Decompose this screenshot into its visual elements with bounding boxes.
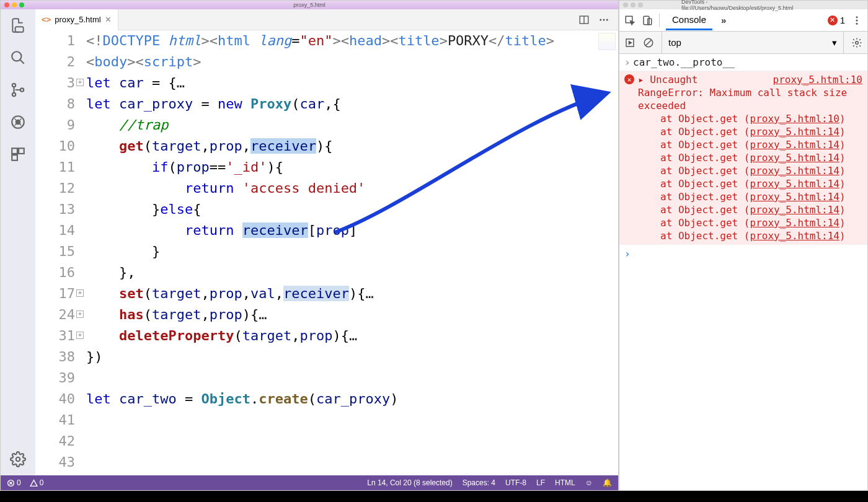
code-line[interactable]: }else{ <box>86 199 618 220</box>
close-window-icon[interactable] <box>623 2 628 7</box>
code-line[interactable]: return 'access denied' <box>86 178 618 199</box>
code-line[interactable]: let car = {… <box>86 73 618 94</box>
stack-frame: at Object.get (proxy_5.html:14) <box>638 125 862 138</box>
close-window-icon[interactable] <box>4 2 9 7</box>
language-mode[interactable]: HTML <box>555 478 575 487</box>
expand-arrow-icon[interactable]: ▸ <box>638 74 650 86</box>
context-selector[interactable]: top ▾ <box>662 32 844 53</box>
editor-tab[interactable]: <> proxy_5.html ✕ <box>35 9 118 30</box>
stack-link[interactable]: proxy_5.html:10 <box>750 113 840 125</box>
stack-link[interactable]: proxy_5.html:14 <box>750 191 840 203</box>
search-icon[interactable] <box>9 49 27 66</box>
code-line[interactable]: if(prop=='_id'){ <box>86 157 618 178</box>
play-icon[interactable] <box>624 37 636 48</box>
console-tab[interactable]: Console <box>666 11 712 30</box>
eol[interactable]: LF <box>536 478 545 487</box>
editor-tab-bar: <> proxy_5.html ✕ <box>35 9 618 30</box>
stack-link[interactable]: proxy_5.html:14 <box>750 217 840 229</box>
code-line[interactable] <box>86 368 618 389</box>
more-tabs[interactable]: » <box>715 11 732 29</box>
devtools-title: DevTools - file:///Users/haowu/Desktop/e… <box>681 0 805 11</box>
cursor-position[interactable]: Ln 14, Col 20 (8 selected) <box>367 478 452 487</box>
maximize-window-icon[interactable] <box>638 2 643 7</box>
svg-point-13 <box>600 19 601 20</box>
maximize-window-icon[interactable] <box>19 2 24 7</box>
stack-link[interactable]: proxy_5.html:14 <box>750 230 840 242</box>
svg-point-15 <box>606 19 608 20</box>
svg-point-28 <box>856 41 859 44</box>
notifications-icon[interactable]: 🔔 <box>603 478 612 487</box>
minimap[interactable] <box>598 33 616 50</box>
fold-icon[interactable]: + <box>76 310 84 318</box>
stack-frame: at Object.get (proxy_5.html:14) <box>638 164 862 177</box>
status-errors[interactable]: 0 <box>7 478 21 487</box>
minimize-window-icon[interactable] <box>631 2 636 7</box>
console-settings-icon[interactable] <box>851 37 862 48</box>
console-output[interactable]: › car_two.__proto__ ✕ ▸ Uncaught proxy_5… <box>619 54 867 490</box>
debug-icon[interactable] <box>9 113 27 131</box>
stack-link[interactable]: proxy_5.html:14 <box>750 126 840 138</box>
fold-icon[interactable]: + <box>76 79 84 86</box>
fold-icon[interactable]: + <box>76 332 84 339</box>
minimize-window-icon[interactable] <box>12 2 17 7</box>
code-line[interactable]: //trap <box>86 115 618 136</box>
split-editor-icon[interactable] <box>578 14 590 25</box>
encoding[interactable]: UTF-8 <box>505 478 526 487</box>
error-source-link[interactable]: proxy_5.html:10 <box>773 73 863 86</box>
code-line[interactable]: <body><script> <box>86 51 618 73</box>
stack-link[interactable]: proxy_5.html:14 <box>750 204 840 216</box>
fold-icon[interactable]: + <box>76 289 84 297</box>
code-line[interactable]: get(target,prop,receiver){ <box>86 136 618 157</box>
code-line[interactable] <box>86 410 618 431</box>
tab-filename: proxy_5.html <box>55 15 100 24</box>
code-line[interactable]: return receiver[prop] <box>86 220 618 241</box>
vscode-titlebar[interactable]: proxy_5.html <box>1 1 618 9</box>
devtools-window: DevTools - file:///Users/haowu/Desktop/e… <box>619 0 868 491</box>
error-badge[interactable]: ✕ 1 <box>828 15 845 25</box>
devtools-menu-icon[interactable] <box>851 15 862 26</box>
console-prompt[interactable]: › <box>619 245 867 263</box>
explorer-icon[interactable] <box>9 17 27 34</box>
html-file-icon: <> <box>42 15 51 24</box>
code-line[interactable]: has(target,prop){… <box>86 304 618 325</box>
stack-frame: at Object.get (proxy_5.html:14) <box>638 203 862 216</box>
code-line[interactable] <box>86 431 618 452</box>
code-line[interactable]: deleteProperty(target,prop){… <box>86 325 618 346</box>
svg-rect-7 <box>12 148 17 154</box>
close-tab-icon[interactable]: ✕ <box>105 15 112 24</box>
code-line[interactable]: <!DOCTYPE html><html lang="en"><head><ti… <box>86 30 618 51</box>
extensions-icon[interactable] <box>9 146 27 163</box>
stack-link[interactable]: proxy_5.html:14 <box>750 165 840 177</box>
code-line[interactable]: } <box>86 241 618 262</box>
stack-frame: at Object.get (proxy_5.html:14) <box>638 229 862 242</box>
more-actions-icon[interactable] <box>598 14 609 25</box>
svg-point-3 <box>12 93 16 96</box>
stack-link[interactable]: proxy_5.html:14 <box>750 178 840 190</box>
device-toolbar-icon[interactable] <box>642 15 653 26</box>
svg-point-14 <box>603 19 605 20</box>
clear-console-icon[interactable] <box>643 37 654 48</box>
status-warnings[interactable]: 0 <box>30 478 44 487</box>
svg-point-2 <box>12 84 16 87</box>
code-line[interactable]: set(target,prop,val,receiver){… <box>86 283 618 304</box>
stack-link[interactable]: proxy_5.html:14 <box>750 139 840 151</box>
stack-link[interactable]: proxy_5.html:14 <box>750 152 840 164</box>
code-line[interactable]: let car_proxy = new Proxy(car,{ <box>86 94 618 115</box>
code-line[interactable]: }, <box>86 262 618 283</box>
code-line[interactable] <box>86 452 618 473</box>
indent-setting[interactable]: Spaces: 4 <box>463 478 495 487</box>
code-line[interactable]: }) <box>86 346 618 368</box>
code-editor[interactable]: 123+891011121314151617+24+31+38394041424… <box>35 30 618 475</box>
svg-point-10 <box>16 457 20 462</box>
code-line[interactable]: let car_two = Object.create(car_proxy) <box>86 389 618 410</box>
console-filter-bar: top ▾ <box>619 32 867 54</box>
settings-gear-icon[interactable] <box>9 451 27 468</box>
source-control-icon[interactable] <box>9 81 27 99</box>
svg-rect-8 <box>19 148 24 154</box>
inspect-element-icon[interactable] <box>624 15 636 26</box>
feedback-icon[interactable]: ☺ <box>585 478 593 487</box>
svg-point-6 <box>16 120 20 125</box>
error-icon: ✕ <box>624 74 634 84</box>
stack-frame: at Object.get (proxy_5.html:14) <box>638 177 862 190</box>
devtools-titlebar[interactable]: DevTools - file:///Users/haowu/Desktop/e… <box>619 1 867 9</box>
